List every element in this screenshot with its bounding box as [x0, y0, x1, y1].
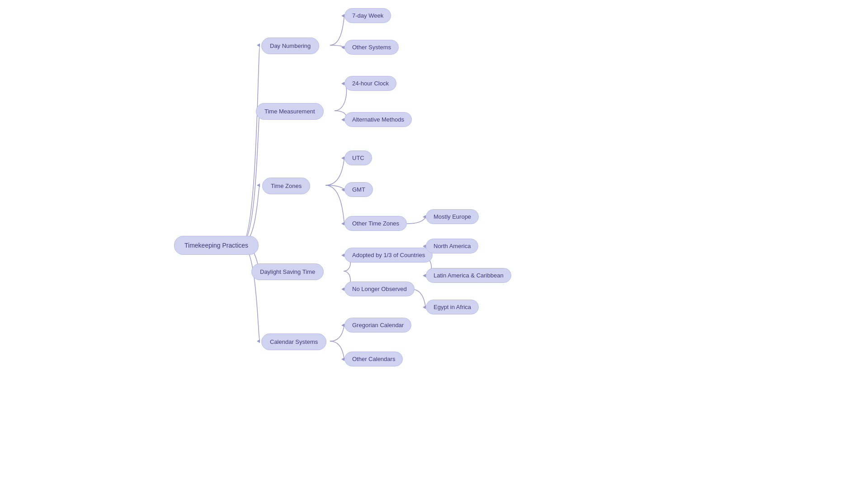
svg-marker-18: [423, 274, 426, 277]
svg-marker-8: [341, 118, 344, 122]
svg-marker-19: [423, 305, 426, 309]
svg-marker-10: [341, 188, 344, 192]
node-time-zones[interactable]: Time Zones: [262, 178, 310, 194]
node-gregorian[interactable]: Gregorian Calendar: [344, 318, 411, 333]
node-north-america[interactable]: North America: [426, 239, 478, 253]
svg-marker-11: [341, 222, 344, 225]
svg-marker-0: [257, 43, 260, 47]
node-daylight-saving[interactable]: Daylight Saving Time: [251, 263, 324, 280]
node-calendar-systems[interactable]: Calendar Systems: [261, 333, 326, 350]
node-utc[interactable]: UTC: [344, 150, 372, 165]
svg-marker-5: [341, 14, 344, 18]
svg-marker-7: [341, 82, 344, 85]
svg-marker-12: [341, 253, 344, 257]
node-gmt[interactable]: GMT: [344, 182, 373, 197]
node-other-time-zones[interactable]: Other Time Zones: [344, 216, 407, 231]
svg-marker-2: [257, 183, 260, 187]
node-seven-day-week[interactable]: 7-day Week: [344, 8, 391, 23]
svg-marker-4: [257, 339, 260, 343]
node-alt-methods[interactable]: Alternative Methods: [344, 112, 412, 127]
node-no-longer[interactable]: No Longer Observed: [344, 282, 415, 296]
svg-marker-16: [423, 215, 426, 219]
node-time-measurement[interactable]: Time Measurement: [256, 103, 324, 120]
node-latin-america[interactable]: Latin America & Caribbean: [426, 268, 511, 283]
svg-marker-15: [341, 357, 344, 361]
node-other-systems[interactable]: Other Systems: [344, 40, 399, 55]
mind-map-canvas: Timekeeping Practices Day Numbering Time…: [0, 0, 868, 488]
svg-marker-9: [341, 156, 344, 160]
node-other-calendars[interactable]: Other Calendars: [344, 352, 403, 366]
node-egypt-africa[interactable]: Egypt in Africa: [426, 300, 479, 314]
node-mostly-europe[interactable]: Mostly Europe: [426, 209, 479, 224]
svg-marker-14: [341, 324, 344, 327]
svg-marker-6: [341, 46, 344, 49]
node-day-numbering[interactable]: Day Numbering: [261, 38, 319, 54]
node-adopted-by[interactable]: Adopted by 1/3 of Countries: [344, 248, 433, 263]
svg-marker-13: [341, 287, 344, 291]
node-24-hour-clock[interactable]: 24-hour Clock: [344, 76, 396, 91]
node-root[interactable]: Timekeeping Practices: [174, 236, 259, 255]
